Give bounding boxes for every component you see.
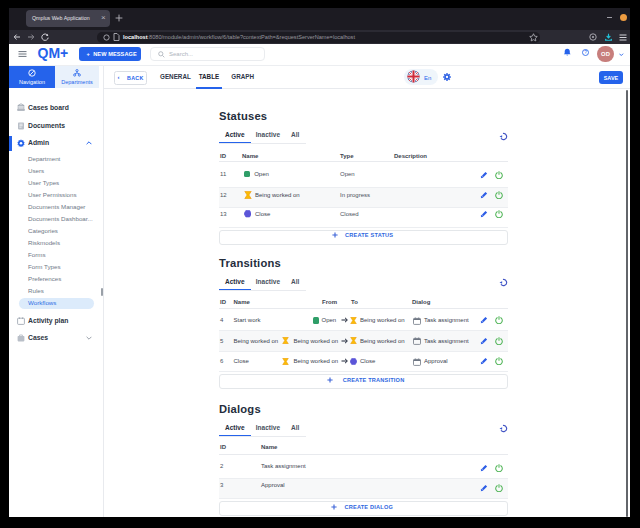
svg-text:?: ? xyxy=(584,50,587,55)
